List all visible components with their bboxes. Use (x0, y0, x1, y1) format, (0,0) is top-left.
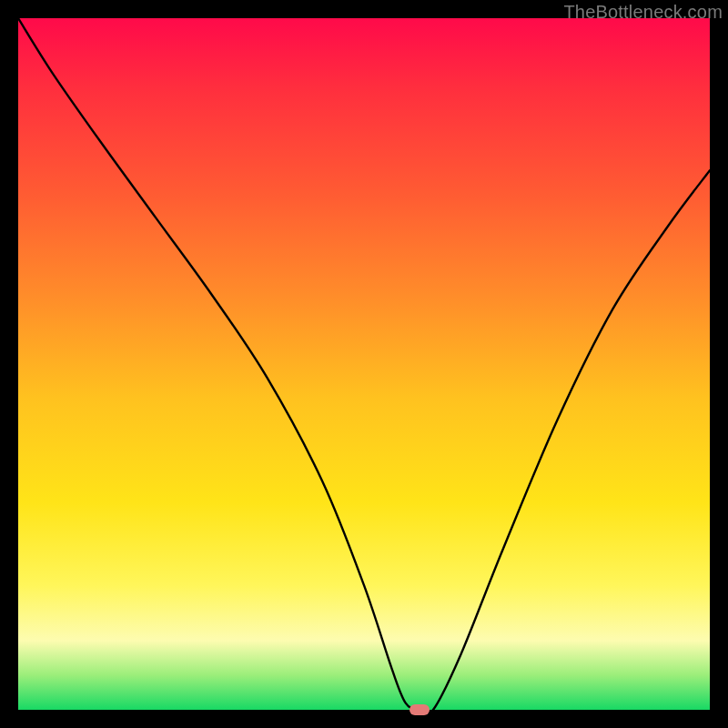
bottleneck-curve (18, 18, 710, 710)
optimal-point-marker (410, 704, 430, 715)
plot-area (18, 18, 710, 710)
chart-frame: TheBottleneck.com (0, 0, 728, 728)
